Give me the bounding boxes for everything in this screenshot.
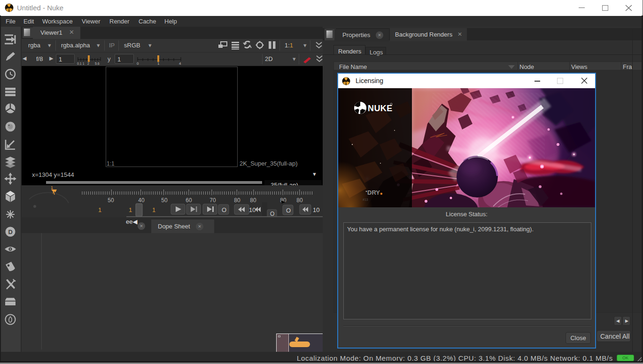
svg-text:5.6: 5.6: [95, 62, 100, 65]
svg-text:1: 1: [129, 206, 132, 213]
svg-text:60: 60: [186, 197, 192, 204]
svg-text:10: 10: [313, 206, 319, 213]
svg-text:4: 4: [179, 61, 181, 65]
svg-text:50: 50: [161, 197, 168, 204]
svg-text:80: 80: [296, 197, 303, 204]
svg-text:1: 1: [157, 61, 160, 65]
svg-text:1: 1: [51, 185, 53, 190]
svg-text:1: 1: [98, 206, 101, 213]
svg-text:2: 2: [87, 62, 89, 65]
svg-text:#13: #13: [363, 198, 368, 201]
svg-text:NUKE: NUKE: [368, 104, 393, 113]
svg-text:D: D: [8, 228, 12, 235]
svg-text:50: 50: [108, 197, 114, 204]
svg-text:1: 1: [152, 206, 155, 213]
svg-text:40: 40: [138, 197, 145, 204]
svg-text:0.1 1: 0.1 1: [77, 62, 85, 65]
svg-text:80: 80: [250, 197, 256, 204]
svg-text:10: 10: [249, 206, 256, 213]
svg-text:DRY: DRY: [367, 189, 380, 196]
svg-text:70: 70: [209, 197, 216, 204]
svg-text:80: 80: [234, 197, 240, 204]
svg-text:0: 0: [137, 61, 139, 65]
svg-text:O: O: [286, 207, 291, 214]
svg-text:O: O: [270, 211, 274, 217]
svg-text:O: O: [222, 206, 226, 213]
